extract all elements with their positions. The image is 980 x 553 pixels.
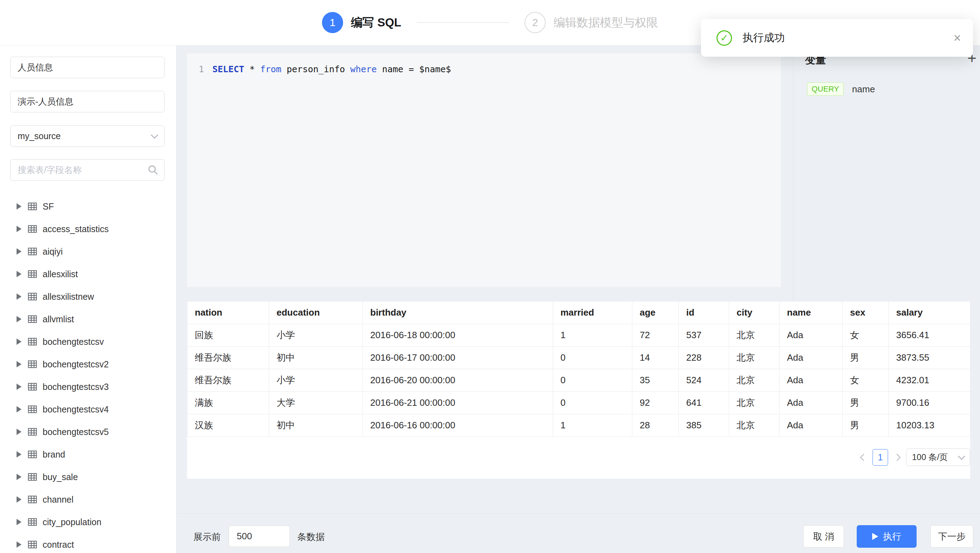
- table-cell: 2016-06-17 00:00:00: [363, 346, 553, 369]
- chevron-down-icon: [151, 131, 158, 139]
- table-cell: 3656.41: [889, 324, 970, 346]
- footer-divider: [177, 513, 980, 513]
- table-search-input[interactable]: [10, 159, 164, 181]
- table-icon: [27, 314, 37, 324]
- tree-item-label: bochengtestcsv4: [43, 404, 109, 415]
- table-row: 满族大学2016-06-21 00:00:00092641北京Ada男9700.…: [188, 392, 970, 414]
- next-step-button[interactable]: 下一步: [930, 525, 973, 548]
- step-2-circle: 2: [525, 12, 546, 33]
- tree-item-brand[interactable]: brand: [0, 443, 176, 466]
- sql-code: SELECT * from person_info where name = $…: [212, 63, 451, 76]
- tree-item-bochengtestcsv[interactable]: bochengtestcsv: [0, 331, 176, 353]
- sql-editor[interactable]: 1 SELECT * from person_info where name =…: [187, 54, 781, 287]
- tree-item-allesxilist[interactable]: allesxilist: [0, 263, 176, 285]
- table-icon: [27, 427, 37, 437]
- tree-item-SF[interactable]: SF: [0, 195, 176, 218]
- table-icon: [27, 494, 37, 504]
- caret-right-icon[interactable]: [17, 316, 21, 322]
- table-icon: [27, 269, 37, 279]
- tree-item-channel[interactable]: channel: [0, 488, 176, 511]
- caret-right-icon[interactable]: [17, 338, 21, 345]
- step-connector-line: [417, 22, 509, 23]
- caret-right-icon[interactable]: [17, 248, 21, 255]
- table-row: 维吾尔族初中2016-06-17 00:00:00014228北京Ada男387…: [188, 346, 970, 369]
- tree-item-contract[interactable]: contract: [0, 533, 176, 553]
- cancel-button[interactable]: 取 消: [803, 525, 844, 548]
- tree-item-label: channel: [43, 494, 74, 505]
- caret-right-icon[interactable]: [17, 429, 21, 435]
- table-cell: 524: [679, 369, 729, 392]
- tree-item-buy_sale[interactable]: buy_sale: [0, 466, 176, 488]
- tree-item-allesxilistnew[interactable]: allesxilistnew: [0, 285, 176, 308]
- table-cell: 北京: [729, 369, 780, 392]
- results-panel: nationeducationbirthdaymarriedageidcityn…: [187, 301, 970, 479]
- tree-item-aiqiyi[interactable]: aiqiyi: [0, 240, 176, 263]
- table-icon: [27, 202, 37, 211]
- current-page-button[interactable]: 1: [873, 449, 888, 466]
- table-cell: 641: [679, 392, 729, 414]
- run-button-label: 执行: [883, 531, 902, 543]
- table-cell: 初中: [269, 414, 363, 437]
- dataset-name-input[interactable]: [10, 57, 164, 78]
- page-size-select[interactable]: 100 条/页: [906, 448, 970, 466]
- step-2-label: 编辑数据模型与权限: [554, 15, 658, 31]
- page-size-value: 100 条/页: [912, 451, 948, 463]
- tree-item-label: allesxilistnew: [43, 292, 94, 302]
- tree-item-city_population[interactable]: city_population: [0, 511, 176, 533]
- caret-right-icon[interactable]: [17, 361, 21, 367]
- tree-item-bochengtestcsv4[interactable]: bochengtestcsv4: [0, 398, 176, 421]
- tree-item-label: bochengtestcsv3: [43, 382, 109, 392]
- step-1-label: 编写 SQL: [351, 15, 401, 31]
- run-button[interactable]: 执行: [857, 525, 916, 548]
- variable-row[interactable]: QUERYname: [793, 80, 980, 98]
- tree-item-access_statistics[interactable]: access_statistics: [0, 218, 176, 240]
- caret-right-icon[interactable]: [17, 541, 21, 548]
- table-icon: [27, 540, 37, 550]
- tree-item-label: bochengtestcsv5: [43, 427, 109, 437]
- row-limit-input[interactable]: [229, 526, 290, 547]
- table-cell: 537: [679, 324, 729, 346]
- play-icon: [872, 533, 878, 540]
- caret-right-icon[interactable]: [17, 203, 21, 210]
- caret-right-icon[interactable]: [17, 496, 21, 503]
- caret-right-icon[interactable]: [17, 271, 21, 277]
- datasource-select[interactable]: my_source: [10, 126, 164, 147]
- table-cell: 4232.01: [889, 369, 970, 392]
- table-cell: 385: [679, 414, 729, 437]
- column-header-sex: sex: [843, 302, 889, 324]
- column-header-education: education: [269, 302, 363, 324]
- tree-item-bochengtestcsv3[interactable]: bochengtestcsv3: [0, 375, 176, 398]
- caret-right-icon[interactable]: [17, 384, 21, 390]
- table-cell: 北京: [729, 392, 780, 414]
- table-cell: 3873.55: [889, 346, 970, 369]
- table-search: [10, 159, 164, 181]
- caret-right-icon[interactable]: [17, 293, 21, 300]
- tree-item-bochengtestcsv5[interactable]: bochengtestcsv5: [0, 421, 176, 443]
- table-cell: 汉族: [188, 414, 269, 437]
- caret-right-icon[interactable]: [17, 226, 21, 232]
- caret-right-icon[interactable]: [17, 519, 21, 525]
- dataset-display-name-input[interactable]: [10, 91, 164, 112]
- caret-right-icon[interactable]: [17, 474, 21, 480]
- table-cell: 0: [553, 392, 632, 414]
- table-cell: 小学: [269, 324, 363, 346]
- table-cell: 北京: [729, 414, 780, 437]
- table-cell: 小学: [269, 369, 363, 392]
- caret-right-icon[interactable]: [17, 406, 21, 412]
- prev-page-button[interactable]: [860, 453, 867, 461]
- table-cell: 35: [632, 369, 679, 392]
- close-icon[interactable]: ×: [954, 32, 961, 44]
- tree-item-label: brand: [43, 450, 65, 460]
- table-row: 维吾尔族小学2016-06-20 00:00:00035524北京Ada女423…: [188, 369, 970, 392]
- table-cell: 1: [553, 414, 632, 437]
- table-cell: 满族: [188, 392, 269, 414]
- tree-item-label: access_statistics: [43, 224, 109, 234]
- results-table: nationeducationbirthdaymarriedageidcityn…: [187, 301, 970, 437]
- tree-item-label: buy_sale: [43, 472, 78, 482]
- table-icon: [27, 292, 37, 302]
- next-page-button[interactable]: [893, 453, 901, 461]
- caret-right-icon[interactable]: [17, 451, 21, 458]
- success-check-icon: ✓: [716, 30, 732, 46]
- tree-item-allvmlist[interactable]: allvmlist: [0, 308, 176, 331]
- tree-item-bochengtestcsv2[interactable]: bochengtestcsv2: [0, 353, 176, 375]
